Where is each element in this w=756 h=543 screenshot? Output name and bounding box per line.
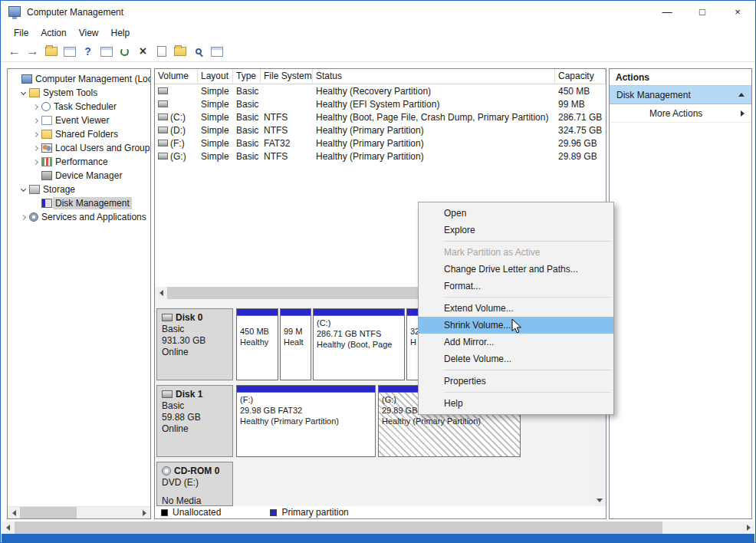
help-icon[interactable]: ? (79, 43, 97, 61)
menu-item-extend-volume[interactable]: Extend Volume... (419, 300, 613, 317)
back-icon[interactable]: ← (5, 43, 23, 61)
tree-item-event-viewer[interactable]: Event Viewer (8, 114, 150, 127)
unallocated-swatch (161, 509, 168, 516)
menu-item-open[interactable]: Open (419, 205, 613, 222)
open-folder-icon[interactable] (171, 43, 189, 61)
cell-status: Healthy (Recovery Partition) (313, 86, 555, 97)
tree-item-storage[interactable]: Storage (8, 183, 150, 196)
disk-kind: Basic (157, 400, 232, 412)
partition-f[interactable]: (F:) 29.98 GB FAT32 Healthy (Primary Par… (236, 385, 376, 457)
partition-letter: (F:) (240, 394, 375, 405)
collapse-chevron-icon[interactable] (738, 93, 744, 97)
scroll-right-button[interactable] (138, 507, 150, 519)
partition-recovery[interactable]: 450 MB Healthy (236, 308, 278, 380)
scroll-left-button[interactable] (2, 522, 14, 534)
task-scheduler-icon (41, 102, 51, 111)
column-header-file-system[interactable]: File System (261, 69, 313, 84)
partition-size: 450 MB (240, 326, 278, 337)
scroll-right-arrow-icon (143, 510, 146, 516)
show-console-tree-icon[interactable] (42, 43, 60, 61)
column-header-status[interactable]: Status (313, 69, 555, 84)
cell-capacity: 324.75 GB (555, 125, 606, 136)
menu-action[interactable]: Action (35, 25, 72, 41)
menu-item-add-mirror[interactable]: Add Mirror... (419, 334, 613, 350)
tree-item-task-scheduler[interactable]: Task Scheduler (8, 100, 150, 114)
actions-group-disk-management[interactable]: Disk Management (610, 86, 751, 104)
expand-expander[interactable] (31, 157, 40, 166)
collapse-expander[interactable] (18, 185, 28, 194)
menu-item-properties[interactable]: Properties (419, 373, 613, 390)
minimize-button[interactable]: — (649, 1, 685, 23)
cdrom-label[interactable]: CD-ROM 0 DVD (E:) No Media (156, 462, 233, 506)
expand-expander[interactable] (31, 102, 40, 111)
export-list-glyph (64, 47, 76, 57)
expand-expander[interactable] (31, 130, 40, 139)
cell-layout: Simple (198, 138, 233, 149)
table-row[interactable]: (C:) Simple Basic NTFS Healthy (Boot, Pa… (155, 110, 606, 123)
shared-folders-icon (41, 130, 52, 139)
table-row[interactable]: (D:) Simple Basic NTFS Healthy (Primary … (155, 123, 606, 137)
partition-status: Healthy (Primary Partition) (382, 416, 520, 426)
menu-item-delete-volume[interactable]: Delete Volume... (419, 350, 613, 367)
column-header-volume[interactable]: Volume (155, 69, 198, 84)
volume-name: (D:) (170, 125, 186, 136)
close-button[interactable]: × (720, 1, 755, 23)
scroll-down-button[interactable] (593, 494, 606, 506)
disk-legend: Unallocated Primary partition (155, 506, 606, 518)
scroll-right-button[interactable] (742, 522, 754, 534)
actions-panel: Actions Disk Management More Actions (609, 68, 752, 519)
find-icon[interactable] (189, 43, 207, 61)
console-tree-glyph (45, 47, 58, 56)
column-header-capacity[interactable]: Capacity (555, 69, 606, 84)
disk-0-label[interactable]: Disk 0 Basic 931.30 GB Online (156, 308, 233, 380)
refresh-icon[interactable] (116, 43, 133, 61)
scroll-left-button[interactable] (8, 507, 20, 519)
tree-item-device-manager[interactable]: Device Manager (8, 169, 150, 183)
volume-table-header: Volume Layout Type File System Status Ca… (155, 69, 606, 84)
column-header-type[interactable]: Type (233, 69, 261, 84)
expand-expander[interactable] (18, 212, 28, 222)
tree-item-system-tools[interactable]: System Tools (8, 86, 150, 100)
table-row[interactable]: Simple Basic Healthy (Recovery Partition… (155, 84, 606, 97)
scrollbar-thumb[interactable] (20, 507, 77, 519)
disk-management-icon (41, 199, 52, 208)
scrollbar-thumb[interactable] (15, 522, 662, 534)
partition-efi[interactable]: 99 M Healt (280, 308, 311, 380)
tree-item-local-users-groups[interactable]: Local Users and Groups (8, 141, 150, 155)
maximize-button[interactable]: □ (685, 1, 720, 23)
scroll-left-arrow-icon (159, 290, 163, 296)
tree-item-disk-management[interactable]: Disk Management (8, 196, 150, 210)
disk-1-label[interactable]: Disk 1 Basic 59.88 GB Online (156, 385, 233, 457)
show-action-pane-icon[interactable] (97, 43, 115, 61)
scroll-left-button[interactable] (155, 287, 167, 299)
more-actions-item[interactable]: More Actions (610, 104, 751, 123)
table-row[interactable]: Simple Basic Healthy (EFI System Partiti… (155, 97, 606, 110)
menu-item-explore[interactable]: Explore (419, 222, 613, 239)
export-list-icon[interactable] (61, 43, 78, 61)
table-row[interactable]: (G:) Simple Basic NTFS Healthy (Primary … (155, 150, 606, 163)
collapse-expander[interactable] (18, 88, 28, 97)
forward-icon[interactable]: → (24, 43, 41, 61)
menu-item-format[interactable]: Format... (419, 278, 613, 295)
expand-expander[interactable] (31, 116, 40, 125)
menu-file[interactable]: File (8, 25, 35, 41)
tree-item-shared-folders[interactable]: Shared Folders (8, 127, 150, 141)
tree-horizontal-scrollbar[interactable] (8, 506, 150, 518)
menu-item-help[interactable]: Help (419, 395, 613, 412)
column-header-layout[interactable]: Layout (198, 69, 233, 84)
report-icon[interactable] (208, 43, 225, 61)
window-horizontal-scrollbar[interactable] (2, 522, 754, 534)
properties-icon[interactable] (153, 43, 170, 61)
menu-item-change-drive-letter[interactable]: Change Drive Letter and Paths... (419, 261, 613, 278)
expand-expander[interactable] (31, 143, 40, 153)
cell-layout: Simple (198, 86, 233, 97)
partition-c[interactable]: (C:) 286.71 GB NTFS Healthy (Boot, Page (313, 308, 405, 380)
table-row[interactable]: (F:) Simple Basic FAT32 Healthy (Primary… (155, 137, 606, 150)
tree-item-services-applications[interactable]: Services and Applications (8, 210, 150, 224)
tree-item-performance[interactable]: Performance (8, 155, 150, 169)
menu-help[interactable]: Help (105, 25, 136, 41)
menu-view[interactable]: View (73, 25, 105, 41)
delete-icon[interactable]: × (134, 43, 152, 61)
volume-icon (158, 153, 168, 160)
tree-item-computer-management[interactable]: Computer Management (Local (8, 72, 150, 86)
